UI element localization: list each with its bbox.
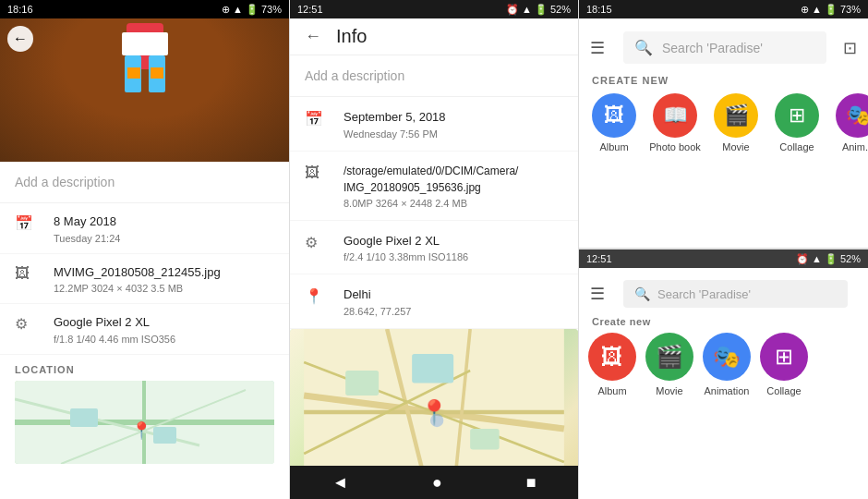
animation-circle-4: 🎭 bbox=[703, 333, 751, 381]
album-label: Album bbox=[599, 141, 628, 152]
navigation-bar: ◄ ● ■ bbox=[290, 466, 578, 499]
panel-photo-info-2: 12:51 ⏰ ▲ 🔋 52% ← Info Add a description… bbox=[289, 0, 578, 499]
collage-label: Collage bbox=[779, 141, 814, 152]
location-coords-2: 28.642, 77.257 bbox=[344, 306, 411, 317]
movie-circle: 🎬 bbox=[714, 93, 758, 138]
hamburger-menu-3[interactable]: ☰ bbox=[590, 38, 605, 58]
back-button-1[interactable]: ← bbox=[7, 26, 33, 52]
create-collage[interactable]: ⊞ Collage bbox=[769, 93, 825, 152]
time-4: 12:51 bbox=[586, 253, 612, 264]
svg-rect-16 bbox=[412, 354, 453, 383]
icons-4: ⏰ ▲ 🔋 52% bbox=[796, 253, 861, 265]
date-text-1: 8 May 2018 bbox=[54, 213, 120, 231]
date-row-2: 📅 September 5, 2018 Wednesday 7:56 PM bbox=[290, 97, 578, 152]
time-1: 18:16 bbox=[7, 4, 33, 15]
movie-circle-4: 🎬 bbox=[645, 333, 693, 381]
movie-label: Movie bbox=[722, 141, 749, 152]
camera-text-1: Google Pixel 2 XL bbox=[54, 313, 175, 332]
camera-icon-1: ⚙ bbox=[15, 315, 42, 333]
file-row-1: 🖼 MVIMG_20180508_212455.jpg 12.2MP 3024 … bbox=[0, 254, 289, 305]
map-pin-2: 📍 bbox=[419, 397, 449, 426]
page-title-2: Info bbox=[336, 26, 367, 47]
create-new-label-3: CREATE NEW bbox=[579, 71, 868, 93]
date-row-1: 📅 8 May 2018 Tuesday 21:24 bbox=[0, 203, 289, 254]
movie-label-4: Movie bbox=[656, 385, 682, 396]
info-toolbar: ← Info bbox=[290, 18, 578, 55]
create-movie[interactable]: 🎬 Movie bbox=[708, 93, 764, 152]
recents-nav-button[interactable]: ■ bbox=[526, 473, 536, 493]
location-row-2: 📍 Delhi 28.642, 77.257 bbox=[290, 274, 578, 329]
date-subtext-2: Wednesday 7:56 PM bbox=[344, 128, 446, 140]
create-album[interactable]: 🖼 Album bbox=[586, 93, 642, 152]
search-bar-3[interactable]: 🔍 Search 'Paradise' bbox=[623, 31, 826, 64]
search-icon-4: 🔍 bbox=[634, 286, 650, 301]
time-3: 18:15 bbox=[586, 4, 612, 15]
map-area-2[interactable]: 📍 bbox=[290, 329, 578, 467]
search-bar-4[interactable]: 🔍 Search 'Paradise' bbox=[623, 280, 848, 308]
camera-icon-2: ⚙ bbox=[305, 234, 332, 251]
create-album-4[interactable]: 🖼 Album bbox=[588, 333, 636, 396]
date-subtext-1: Tuesday 21:24 bbox=[54, 233, 120, 244]
file-row-2: 🖼 /storage/emulated/0/DCIM/Camera/IMG_20… bbox=[290, 152, 578, 221]
create-animation[interactable]: 🎭 Anim... bbox=[830, 93, 868, 152]
add-description-1[interactable]: Add a description bbox=[0, 162, 289, 203]
search-icon-3: 🔍 bbox=[634, 39, 653, 56]
panel-photo-info-1: 18:16 ⊕ ▲ 🔋 73% ← Add a description 📅 8 … bbox=[0, 0, 289, 499]
svg-rect-14 bbox=[345, 371, 379, 396]
add-description-2[interactable]: Add a description bbox=[290, 55, 578, 97]
map-pin-1: 📍 bbox=[131, 420, 151, 441]
animation-label: Anim... bbox=[842, 141, 868, 152]
file-icon-1: 🖼 bbox=[15, 265, 42, 282]
camera-row-2: ⚙ Google Pixel 2 XL f/2.4 1/10 3.38mm IS… bbox=[290, 221, 578, 275]
calendar-icon-1: 📅 bbox=[15, 214, 42, 232]
photo-area: ← bbox=[0, 18, 289, 162]
album-circle: 🖼 bbox=[592, 93, 636, 138]
collage-label-4: Collage bbox=[766, 385, 801, 396]
location-icon-2: 📍 bbox=[305, 287, 332, 305]
collage-circle-4: ⊞ bbox=[760, 333, 808, 381]
hamburger-menu-4[interactable]: ☰ bbox=[590, 284, 605, 304]
location-label-1: LOCATION bbox=[0, 355, 289, 381]
create-collage-4[interactable]: ⊞ Collage bbox=[760, 333, 808, 396]
status-bar-2: 12:51 ⏰ ▲ 🔋 52% bbox=[290, 0, 578, 18]
search-text-3: Search 'Paradise' bbox=[662, 41, 815, 55]
file-subtext-1: 12.2MP 3024 × 4032 3.5 MB bbox=[54, 283, 221, 294]
create-items-3: 🖼 Album 📖 Photo book 🎬 Movie ⊞ Collage 🎭… bbox=[579, 93, 868, 152]
create-movie-4[interactable]: 🎬 Movie bbox=[645, 333, 693, 396]
create-items-4: 🖼 Album 🎬 Movie 🎭 Animation ⊞ Collage bbox=[579, 333, 868, 396]
icons-2: ⏰ ▲ 🔋 52% bbox=[506, 4, 571, 16]
collage-circle: ⊞ bbox=[775, 93, 819, 138]
cast-icon-3[interactable]: ⊡ bbox=[843, 38, 857, 58]
photobook-label: Photo book bbox=[649, 141, 701, 152]
home-nav-button[interactable]: ● bbox=[432, 473, 442, 493]
status-bar-3: 18:15 ⊕ ▲ 🔋 73% bbox=[579, 0, 868, 18]
camera-row-1: ⚙ Google Pixel 2 XL f/1.8 1/40 4.46 mm I… bbox=[0, 304, 289, 355]
panel3-bottom-section: 12:51 ⏰ ▲ 🔋 52% ☰ 🔍 Search 'Paradise' Cr… bbox=[579, 250, 868, 499]
info-content-2: Add a description 📅 September 5, 2018 We… bbox=[290, 55, 578, 466]
location-text-2: Delhi bbox=[344, 286, 411, 304]
back-nav-button[interactable]: ◄ bbox=[332, 473, 348, 493]
date-text-2: September 5, 2018 bbox=[344, 108, 446, 127]
calendar-icon-2: 📅 bbox=[305, 110, 332, 128]
panel3-top-section: 18:15 ⊕ ▲ 🔋 73% ☰ 🔍 Search 'Paradise' ⊡ … bbox=[579, 0, 868, 250]
info-content-1: Add a description 📅 8 May 2018 Tuesday 2… bbox=[0, 162, 289, 499]
icons-3: ⊕ ▲ 🔋 73% bbox=[801, 4, 861, 16]
map-area-1[interactable]: 📍 bbox=[15, 381, 274, 464]
icons-1: ⊕ ▲ 🔋 73% bbox=[222, 4, 282, 16]
create-animation-4[interactable]: 🎭 Animation bbox=[703, 333, 751, 396]
back-button-2[interactable]: ← bbox=[305, 27, 321, 46]
file-icon-2: 🖼 bbox=[305, 164, 332, 181]
panel-google-photos: 18:15 ⊕ ▲ 🔋 73% ☰ 🔍 Search 'Paradise' ⊡ … bbox=[578, 0, 868, 499]
file-path-2: /storage/emulated/0/DCIM/Camera/IMG_2018… bbox=[344, 163, 518, 196]
album-circle-4: 🖼 bbox=[588, 333, 636, 381]
status-bar-1: 18:16 ⊕ ▲ 🔋 73% bbox=[0, 0, 289, 18]
album-label-4: Album bbox=[597, 385, 626, 396]
create-photobook[interactable]: 📖 Photo book bbox=[647, 93, 703, 152]
svg-rect-15 bbox=[470, 429, 500, 450]
camera-text-2: Google Pixel 2 XL bbox=[344, 232, 468, 250]
search-text-4: Search 'Paradise' bbox=[657, 287, 751, 301]
photobook-circle: 📖 bbox=[653, 93, 697, 138]
animation-label-4: Animation bbox=[705, 385, 750, 396]
svg-rect-5 bbox=[70, 408, 98, 427]
status-bar-4: 12:51 ⏰ ▲ 🔋 52% bbox=[579, 250, 868, 268]
